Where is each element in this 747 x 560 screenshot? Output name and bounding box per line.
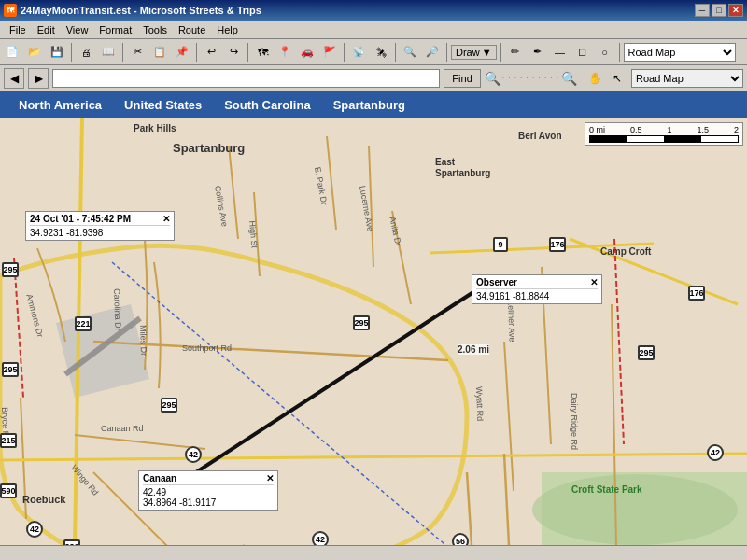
infobox-3-val: 42.49	[143, 487, 274, 497]
maximize-button[interactable]: □	[712, 4, 726, 17]
menu-item-view[interactable]: View	[61, 22, 94, 37]
toolbar-sep1	[71, 43, 72, 62]
svg-point-2	[532, 474, 738, 545]
shield-176-2: 176	[688, 286, 705, 301]
map-svg	[0, 118, 747, 545]
zoom-plus-icon[interactable]: 🔍	[561, 71, 577, 86]
zoom-slider[interactable]: · · · · · · · · · ·	[502, 74, 559, 82]
zoom-minus-icon[interactable]: 🔍	[485, 71, 500, 86]
pen-button[interactable]: ✏	[505, 42, 526, 63]
infobox-2-title: Observer ✕	[476, 277, 598, 289]
shield-590: 590	[0, 483, 17, 498]
location-input[interactable]	[52, 69, 440, 88]
new-button[interactable]: 📄	[2, 42, 22, 63]
car-button[interactable]: 🚗	[297, 42, 317, 63]
menu-item-format[interactable]: Format	[93, 22, 137, 37]
infobox-3[interactable]: Canaan ✕ 42.49 34.8964 -81.9117	[138, 470, 278, 511]
shield-42-5: 42	[26, 521, 43, 538]
route-button[interactable]: 🗺	[252, 42, 273, 63]
breadcrumb-item-united-states[interactable]: United States	[113, 94, 213, 116]
app-icon: 🗺	[4, 4, 17, 17]
shield-295-5: 295	[638, 345, 655, 360]
breadcrumb-item-spartanburg[interactable]: Spartanburg	[322, 94, 416, 116]
shield-221-1: 221	[75, 316, 92, 331]
shield-295-1: 295	[2, 262, 19, 277]
titlebar-buttons: ─ □ ✕	[695, 4, 743, 17]
shield-56-1: 56	[452, 533, 469, 545]
undo-button[interactable]: ↩	[201, 42, 221, 63]
infobox-2[interactable]: Observer ✕ 34.9161 -81.8844	[472, 274, 602, 304]
menu-item-help[interactable]: Help	[211, 22, 244, 37]
find-button[interactable]: Find	[444, 69, 480, 88]
select-button[interactable]: ↖	[607, 68, 627, 89]
menubar: FileEditViewFormatToolsRouteHelp	[0, 21, 747, 39]
shield-9: 9	[493, 237, 508, 252]
open-button[interactable]: 📂	[24, 42, 45, 63]
shape-button[interactable]: ◻	[572, 42, 593, 63]
pan-button[interactable]: ✋	[585, 68, 605, 89]
circle-button[interactable]: ○	[595, 42, 615, 63]
distance-label: 2.06 mi	[458, 344, 489, 355]
copy-button[interactable]: 📋	[149, 42, 170, 63]
breadcrumb: North AmericaUnited StatesSouth Carolina…	[0, 91, 747, 118]
zoom-in-button[interactable]: 🔍	[400, 42, 420, 63]
titlebar: 🗺 24MayMoonTransit.est - Microsoft Stree…	[0, 0, 747, 21]
toolbar-sep8	[500, 43, 501, 62]
shield-295-2: 295	[2, 362, 19, 377]
back-button[interactable]: ◀	[4, 68, 24, 89]
infobox-3-close[interactable]: ✕	[266, 473, 274, 483]
scale-labels: 0 mi 0.5 1 1.5 2	[589, 125, 739, 134]
infobox-2-close[interactable]: ✕	[590, 277, 598, 287]
pencil-button[interactable]: ✒	[528, 42, 548, 63]
zoom-icons: 🔍 · · · · · · · · · · 🔍	[485, 71, 577, 86]
save-button[interactable]: 💾	[47, 42, 67, 63]
toolbar: 📄 📂 💾 🖨 📖 ✂ 📋 📌 ↩ ↪ 🗺 📍 🚗 🚩 📡 🛰 🔍 🔎 Draw…	[0, 39, 747, 65]
map-style-select[interactable]: Road Map	[631, 69, 743, 88]
toolbar-sep4	[247, 43, 248, 62]
infobox-1-title: 24 Oct '01 - 7:45:42 PM ✕	[30, 214, 170, 226]
forward-button[interactable]: ▶	[28, 68, 49, 89]
map-area[interactable]: Spartanburg EastSpartanburg Beri Avon Ca…	[0, 118, 747, 545]
gps2-button[interactable]: 🛰	[371, 42, 391, 63]
gps-button[interactable]: 📡	[348, 42, 369, 63]
minimize-button[interactable]: ─	[695, 4, 710, 17]
help-button[interactable]: 📖	[98, 42, 119, 63]
menu-item-tools[interactable]: Tools	[137, 22, 173, 37]
infobox-1[interactable]: 24 Oct '01 - 7:45:42 PM ✕ 34.9231 -81.93…	[25, 211, 175, 241]
menu-item-edit[interactable]: Edit	[32, 22, 61, 37]
shield-42-1: 42	[185, 446, 202, 463]
statusbar	[0, 545, 747, 560]
close-button[interactable]: ✕	[728, 4, 743, 17]
draw-label: Draw	[456, 47, 480, 58]
map-view-select[interactable]: Road Map	[624, 43, 736, 62]
pushpin-button[interactable]: 📍	[275, 42, 295, 63]
breadcrumb-item-north-america[interactable]: North America	[7, 94, 113, 116]
toolbar-sep7	[446, 43, 447, 62]
shield-295-3: 295	[161, 398, 177, 413]
window-title: 24MayMoonTransit.est - Microsoft Streets…	[21, 5, 261, 16]
paste-button[interactable]: 📌	[172, 42, 192, 63]
redo-button[interactable]: ↪	[223, 42, 244, 63]
shield-221-2: 221	[63, 539, 80, 545]
line-button[interactable]: —	[550, 42, 571, 63]
toolbar-sep2	[122, 43, 123, 62]
toolbar-sep6	[395, 43, 396, 62]
scale-line	[589, 135, 739, 143]
titlebar-left: 🗺 24MayMoonTransit.est - Microsoft Stree…	[4, 4, 261, 17]
toolbar-sep5	[344, 43, 345, 62]
shield-215: 215	[0, 433, 17, 448]
infobox-1-close[interactable]: ✕	[162, 214, 170, 224]
shield-176-1: 176	[549, 237, 566, 252]
draw-dropdown[interactable]: Draw ▼	[451, 45, 497, 60]
toolbar-sep9	[619, 43, 620, 62]
cut-button[interactable]: ✂	[127, 42, 148, 63]
toolbar-sep3	[196, 43, 197, 62]
zoom-out-button[interactable]: 🔎	[422, 42, 443, 63]
menu-item-file[interactable]: File	[4, 22, 32, 37]
flag-button[interactable]: 🚩	[319, 42, 340, 63]
print-button[interactable]: 🖨	[76, 42, 96, 63]
menu-item-route[interactable]: Route	[173, 22, 211, 37]
draw-arrow: ▼	[482, 47, 492, 58]
infobox-3-coords: 34.8964 -81.9117	[143, 497, 274, 508]
breadcrumb-item-south-carolina[interactable]: South Carolina	[213, 94, 321, 116]
